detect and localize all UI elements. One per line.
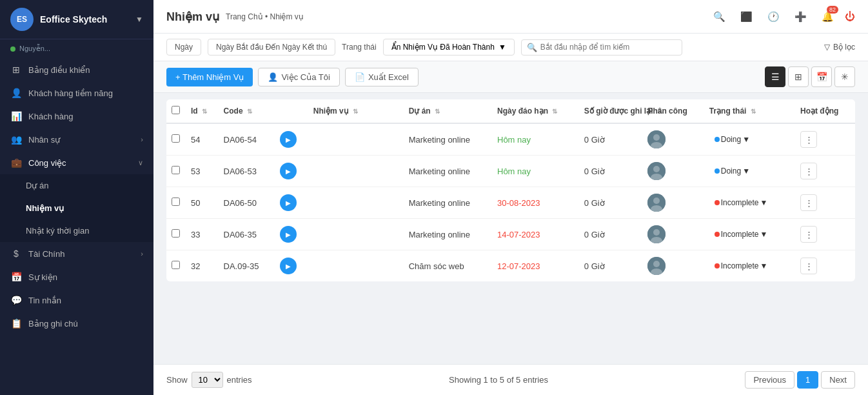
filter-label-text: Bộ lọc <box>833 43 855 52</box>
play-button[interactable]: ▶ <box>280 194 297 211</box>
sidebar-item-work[interactable]: 💼 Công việc ∨ <box>0 151 153 174</box>
row-checkbox[interactable] <box>172 229 180 238</box>
row-hours: 0 Giờ <box>579 250 643 282</box>
header-hours: Số giờ được ghi lại ⇅ <box>579 99 643 123</box>
my-tasks-button[interactable]: 👤 Việc Của Tôi <box>258 68 340 86</box>
row-status[interactable]: Incomplete ▼ <box>704 250 795 282</box>
next-page-button[interactable]: Next <box>821 371 855 389</box>
status-badge[interactable]: Incomplete ▼ <box>709 196 790 209</box>
sidebar-item-timelog[interactable]: Nhật ký thời gian <box>0 219 153 242</box>
row-task[interactable] <box>308 156 404 187</box>
action-menu-button[interactable]: ⋮ <box>800 258 817 274</box>
action-menu-button[interactable]: ⋮ <box>800 131 817 148</box>
select-all-checkbox[interactable] <box>172 106 180 114</box>
row-code: DA06-54 <box>219 123 275 156</box>
prev-page-button[interactable]: Previous <box>745 371 794 389</box>
play-button[interactable]: ▶ <box>280 226 297 243</box>
sort-icon[interactable]: ⇅ <box>202 108 207 115</box>
sort-icon[interactable]: ⇅ <box>435 108 440 115</box>
sidebar-item-dashboard[interactable]: ⊞ Bảng điều khiển <box>0 58 153 81</box>
sidebar-collapse-icon[interactable]: ▼ <box>135 15 143 24</box>
play-button[interactable]: ▶ <box>280 258 297 274</box>
row-task[interactable] <box>308 123 404 156</box>
search-box[interactable]: 🔍 <box>521 39 682 56</box>
sidebar-item-projects[interactable]: Dự án <box>0 174 153 197</box>
status-dot <box>715 168 720 174</box>
sidebar-item-notes[interactable]: 📋 Bảng ghi chú <box>0 312 153 335</box>
calendar-view-btn[interactable]: 📅 <box>811 66 832 87</box>
row-checkbox-cell <box>166 156 186 187</box>
sidebar-item-prospects[interactable]: 👤 Khách hàng tiềm năng <box>0 81 153 105</box>
list-view-btn[interactable]: ☰ <box>765 66 785 87</box>
row-status[interactable]: Incomplete ▼ <box>704 219 795 250</box>
status-badge[interactable]: Doing ▼ <box>709 133 790 146</box>
clock-icon-btn[interactable]: 🕐 <box>764 7 783 26</box>
show-entries: Show 10 25 50 entries <box>166 372 252 388</box>
play-button[interactable]: ▶ <box>280 131 297 148</box>
work-icon: 💼 <box>10 157 22 168</box>
row-status[interactable]: Doing ▼ <box>704 123 795 156</box>
sort-icon[interactable]: ⇅ <box>751 108 756 115</box>
pagination-buttons: Previous 1 Next <box>745 371 855 389</box>
card-view-btn[interactable]: ⊞ <box>788 66 809 87</box>
avatar <box>647 162 666 180</box>
export-excel-button[interactable]: 📄 Xuất Excel <box>345 68 419 86</box>
sidebar-header[interactable]: ES Eoffice Skytech ▼ <box>0 0 153 39</box>
status-label: Doing <box>721 167 741 176</box>
entries-select[interactable]: 10 25 50 <box>192 372 223 388</box>
action-menu-button[interactable]: ⋮ <box>800 226 817 243</box>
online-indicator <box>10 46 15 52</box>
app-name: Eoffice Skytech <box>40 14 107 25</box>
sidebar-item-customers[interactable]: 📊 Khách hàng <box>0 105 153 128</box>
sort-icon[interactable]: ⇅ <box>353 108 358 115</box>
row-task[interactable] <box>308 219 404 250</box>
search-input[interactable] <box>540 43 676 52</box>
sort-icon[interactable]: ⇅ <box>247 108 252 115</box>
date-range-filter-btn[interactable]: Ngày Bắt đầu Đến Ngày Kết thú <box>208 39 335 56</box>
row-play-cell: ▶ <box>275 187 308 219</box>
play-button[interactable]: ▶ <box>280 163 297 179</box>
action-menu-button[interactable]: ⋮ <box>800 194 817 211</box>
table-row: 50 DA06-50 ▶ Marketing online 30-08-2023… <box>166 187 855 219</box>
sort-icon[interactable]: ⇅ <box>552 108 557 115</box>
row-hours: 0 Giờ <box>579 123 643 156</box>
power-btn[interactable]: ⏻ <box>845 11 855 23</box>
row-task[interactable] <box>308 187 404 219</box>
entries-label: entries <box>227 375 252 385</box>
advanced-filter-btn[interactable]: ▽ Bộ lọc <box>824 43 855 52</box>
sidebar-item-events[interactable]: 📅 Sự kiện <box>0 265 153 289</box>
add-task-button[interactable]: + Thêm Nhiệm Vụ <box>166 68 253 86</box>
row-play-cell: ▶ <box>275 219 308 250</box>
plus-icon-btn[interactable]: ➕ <box>791 7 810 26</box>
status-badge[interactable]: Doing ▼ <box>709 165 790 177</box>
breadcrumb-home[interactable]: Trang Chủ <box>226 12 263 21</box>
notification-btn[interactable]: 🔔 82 <box>818 7 837 26</box>
sidebar-item-finance[interactable]: $ Tài Chính › <box>0 242 153 265</box>
search-icon-btn[interactable]: 🔍 <box>709 7 729 26</box>
row-code: DA06-50 <box>219 187 275 219</box>
screen-icon-btn[interactable]: ⬛ <box>736 7 756 26</box>
row-due-date: Hôm nay <box>492 156 579 187</box>
sidebar-item-label: Bảng ghi chú <box>28 319 143 329</box>
row-status[interactable]: Incomplete ▼ <box>704 187 795 219</box>
sidebar-item-tasks[interactable]: Nhiệm vụ <box>0 197 153 219</box>
row-checkbox[interactable] <box>172 134 180 143</box>
sidebar-item-hr[interactable]: 👥 Nhân sự › <box>0 128 153 151</box>
row-hours: 0 Giờ <box>579 187 643 219</box>
status-filter-dropdown[interactable]: Ẩn Nhiệm Vụ Đã Hoàn Thành ▼ <box>383 39 515 56</box>
status-badge[interactable]: Incomplete ▼ <box>709 259 790 272</box>
row-task[interactable] <box>308 250 404 282</box>
current-page-button[interactable]: 1 <box>797 371 818 389</box>
row-checkbox[interactable] <box>172 261 180 269</box>
pin-view-btn[interactable]: ✳ <box>834 66 855 87</box>
day-filter-btn[interactable]: Ngày <box>166 39 201 56</box>
row-checkbox[interactable] <box>172 198 180 206</box>
action-menu-button[interactable]: ⋮ <box>800 163 817 179</box>
header-checkbox-cell <box>166 99 186 123</box>
status-badge[interactable]: Incomplete ▼ <box>709 228 790 241</box>
sidebar-item-messages[interactable]: 💬 Tin nhắn <box>0 289 153 312</box>
row-checkbox[interactable] <box>172 166 180 174</box>
row-assigned <box>642 219 704 250</box>
row-status[interactable]: Doing ▼ <box>704 156 795 187</box>
table-area: Id ⇅ Code ⇅ Nhiệm vụ ⇅ Dự <box>153 93 868 364</box>
